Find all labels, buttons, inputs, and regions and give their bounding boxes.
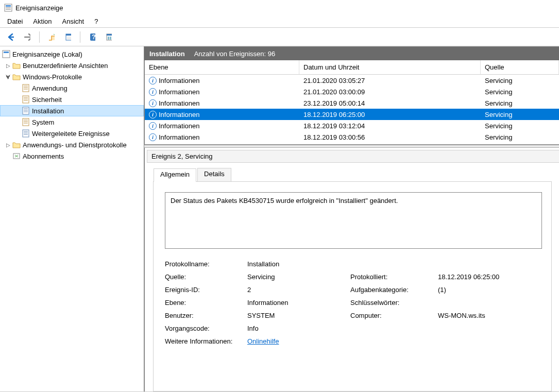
menu-action[interactable]: Aktion bbox=[28, 16, 57, 26]
menu-file[interactable]: Datei bbox=[2, 16, 28, 26]
label-computer: Computer: bbox=[350, 312, 438, 319]
event-properties: Protokollname: Installation Quelle: Serv… bbox=[165, 260, 542, 345]
tree-forwarded[interactable]: Weitergeleitete Ereignisse bbox=[0, 128, 144, 139]
tree-application-label: Anwendung bbox=[32, 84, 67, 92]
window-title: Ereignisanzeige bbox=[15, 4, 63, 12]
value-source: Servicing bbox=[247, 273, 350, 281]
table-row[interactable]: iInformationen18.12.2019 06:25:00Servici… bbox=[145, 109, 559, 120]
menu-help[interactable]: ? bbox=[89, 16, 103, 26]
folder-icon bbox=[12, 61, 21, 70]
svg-text:?: ? bbox=[92, 33, 95, 41]
cell-date: 21.01.2020 03:00:09 bbox=[299, 88, 481, 96]
tree-apps-services[interactable]: ▷ Anwendungs- und Dienstprotokolle bbox=[0, 139, 144, 150]
refresh-button[interactable] bbox=[102, 30, 115, 44]
event-count: Anzahl von Ereignissen: 96 bbox=[194, 50, 276, 58]
list-header: Ebene Datum und Uhrzeit Quelle bbox=[145, 60, 559, 75]
detail-pane: Ereignis 2, Servicing Allgemein Details … bbox=[144, 148, 559, 391]
cell-source: Servicing bbox=[481, 99, 559, 107]
value-log: Installation bbox=[247, 260, 350, 268]
col-level[interactable]: Ebene bbox=[145, 60, 299, 74]
tab-general[interactable]: Allgemein bbox=[154, 168, 196, 182]
info-icon: i bbox=[149, 99, 157, 107]
menubar: Datei Aktion Ansicht ? bbox=[0, 15, 559, 28]
help-button[interactable]: ? bbox=[86, 30, 99, 44]
tree-application[interactable]: Anwendung bbox=[0, 82, 144, 94]
tree-subscriptions[interactable]: Abonnements bbox=[0, 150, 144, 162]
cell-date: 23.12.2019 05:00:14 bbox=[299, 99, 481, 107]
tree-security-label: Sicherheit bbox=[32, 96, 62, 104]
cell-level: Informationen bbox=[159, 99, 200, 107]
cell-date: 18.12.2019 03:12:04 bbox=[299, 122, 481, 130]
log-icon bbox=[22, 118, 30, 126]
menu-view[interactable]: Ansicht bbox=[57, 16, 90, 26]
log-name: Installation bbox=[149, 50, 185, 58]
label-log: Protokollname: bbox=[165, 260, 247, 268]
tab-details[interactable]: Details bbox=[197, 168, 231, 181]
tree-system[interactable]: System bbox=[0, 116, 144, 128]
label-eventid: Ereignis-ID: bbox=[165, 286, 247, 294]
label-logged: Protokolliert: bbox=[350, 273, 438, 281]
table-row[interactable]: iInformationen21.01.2020 03:05:27Servici… bbox=[145, 75, 559, 86]
cell-level: Informationen bbox=[159, 88, 200, 96]
label-opcode: Vorgangscode: bbox=[165, 325, 247, 332]
list-body[interactable]: iInformationen21.01.2020 03:05:27Servici… bbox=[145, 75, 559, 144]
tree-setup[interactable]: Installation bbox=[0, 105, 144, 116]
col-date[interactable]: Datum und Uhrzeit bbox=[299, 60, 481, 74]
svg-rect-12 bbox=[108, 37, 109, 40]
cell-source: Servicing bbox=[481, 122, 559, 130]
tree-custom-views[interactable]: ▷ Benutzerdefinierte Ansichten bbox=[0, 60, 144, 71]
event-list: Ebene Datum und Uhrzeit Quelle iInformat… bbox=[144, 60, 559, 145]
collapse-icon[interactable]: ⮟ bbox=[4, 74, 12, 80]
expand-icon[interactable]: ▷ bbox=[4, 142, 12, 148]
svg-rect-20 bbox=[23, 96, 29, 103]
info-icon: i bbox=[149, 77, 157, 84]
table-row[interactable]: iInformationen18.12.2019 03:12:04Servici… bbox=[145, 120, 559, 131]
log-icon bbox=[22, 84, 30, 92]
label-source: Quelle: bbox=[165, 273, 247, 281]
svg-rect-2 bbox=[6, 7, 11, 8]
folder-open-icon bbox=[12, 73, 21, 81]
tree-windows-logs[interactable]: ⮟ Windows-Protokolle bbox=[0, 71, 144, 82]
label-category: Aufgabenkategorie: bbox=[350, 286, 438, 294]
toolbar: ? bbox=[0, 28, 559, 46]
navigation-tree: Ereignisanzeige (Lokal) ▷ Benutzerdefini… bbox=[0, 46, 144, 391]
folder-icon bbox=[12, 141, 21, 149]
info-icon: i bbox=[149, 111, 157, 118]
info-icon: i bbox=[149, 122, 157, 130]
value-user: SYSTEM bbox=[247, 312, 350, 319]
online-help-link[interactable]: Onlinehilfe bbox=[247, 337, 279, 345]
log-icon bbox=[22, 95, 30, 104]
log-icon bbox=[22, 107, 30, 115]
tree-security[interactable]: Sicherheit bbox=[0, 94, 144, 105]
tree-forwarded-label: Weitergeleitete Ereignisse bbox=[32, 130, 110, 138]
cell-date: 21.01.2020 03:05:27 bbox=[299, 77, 481, 84]
tree-setup-label: Installation bbox=[32, 107, 64, 115]
label-keywords: Schlüsselwörter: bbox=[350, 299, 438, 306]
tree-root-label: Ereignisanzeige (Lokal) bbox=[12, 50, 82, 58]
table-row[interactable]: iInformationen23.12.2019 05:00:14Servici… bbox=[145, 97, 559, 109]
svg-rect-13 bbox=[110, 37, 111, 40]
event-message: Der Status des Pakets KB4530715 wurde er… bbox=[165, 192, 542, 249]
cell-date: 18.12.2019 03:00:56 bbox=[299, 133, 481, 141]
svg-rect-15 bbox=[4, 52, 9, 53]
label-moreinfo: Weitere Informationen: bbox=[165, 337, 247, 345]
forward-button[interactable] bbox=[21, 30, 34, 44]
tree-root[interactable]: Ereignisanzeige (Lokal) bbox=[0, 48, 144, 60]
col-source[interactable]: Quelle bbox=[481, 60, 559, 74]
log-header-bar: Installation Anzahl von Ereignissen: 96 bbox=[144, 47, 559, 60]
cell-source: Servicing bbox=[481, 111, 559, 118]
tab-body-general: Der Status des Pakets KB4530715 wurde er… bbox=[154, 181, 551, 391]
table-row[interactable]: iInformationen18.12.2019 03:00:56Servici… bbox=[145, 131, 559, 143]
properties-button[interactable] bbox=[61, 30, 75, 44]
info-icon: i bbox=[149, 133, 157, 141]
expand-icon[interactable]: ▷ bbox=[4, 63, 12, 69]
table-row[interactable]: iInformationen21.01.2020 03:00:09Servici… bbox=[145, 86, 559, 97]
svg-rect-5 bbox=[66, 34, 71, 36]
back-button[interactable] bbox=[4, 30, 18, 44]
svg-rect-11 bbox=[107, 34, 112, 36]
cell-level: Informationen bbox=[159, 122, 200, 130]
value-category: (1) bbox=[438, 286, 542, 294]
show-hide-tree-button[interactable] bbox=[45, 30, 58, 44]
tree-system-label: System bbox=[32, 118, 54, 126]
cell-source: Servicing bbox=[481, 77, 559, 84]
